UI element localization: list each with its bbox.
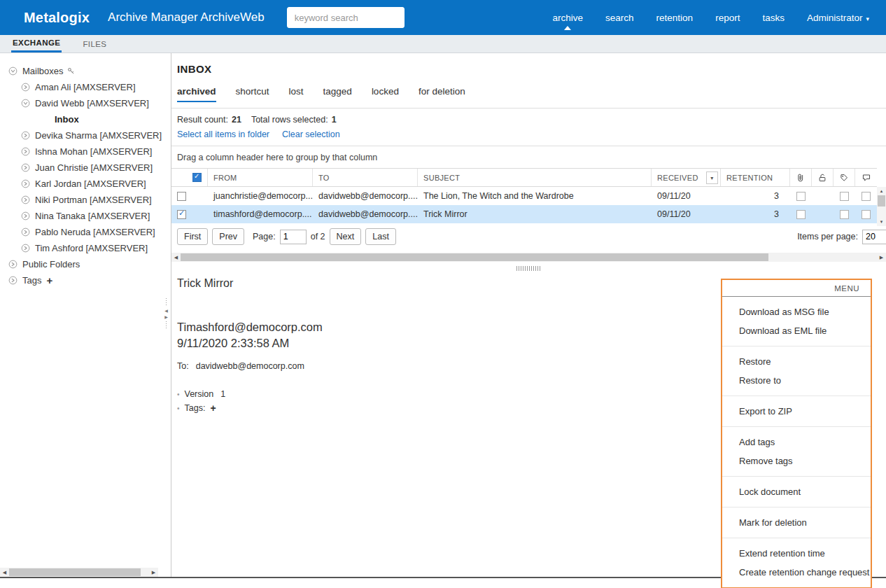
preview-splitter[interactable] <box>171 263 886 273</box>
nav-retention[interactable]: retention <box>656 10 694 26</box>
tree-item-david-webb-amxserver[interactable]: David Webb [AMXSERVER] <box>0 95 171 111</box>
view-tab-for-deletion[interactable]: for deletion <box>419 86 465 102</box>
table-scrollbar-thumb[interactable] <box>878 195 885 206</box>
menu-item-create-retention-change-request[interactable]: Create retention change request <box>722 563 871 582</box>
column-header-comment[interactable] <box>855 169 877 186</box>
add-tag-button[interactable]: + <box>210 402 216 414</box>
main-horizontal-scrollbar[interactable]: ◀ ▶ <box>171 253 886 262</box>
attachment-checkbox[interactable] <box>796 210 806 219</box>
select-all-link[interactable]: Select all items in folder <box>177 130 269 139</box>
tag-checkbox[interactable] <box>840 210 849 219</box>
view-tab-lost[interactable]: lost <box>289 86 304 102</box>
tree-item-ishna-mohan-amxserver[interactable]: Ishna Mohan [AMXSERVER] <box>0 144 171 160</box>
next-page-button[interactable]: Next <box>330 228 362 245</box>
table-row[interactable]: juanchristie@democorp....davidwebb@democ… <box>171 187 877 205</box>
column-header-lock[interactable] <box>812 169 834 186</box>
scroll-right-arrow-icon[interactable]: ▶ <box>877 255 886 260</box>
tree-item-karl-jordan-amxserver[interactable]: Karl Jordan [AMXSERVER] <box>0 176 171 192</box>
select-all-checkbox[interactable] <box>192 173 202 182</box>
expander-icon[interactable] <box>21 179 30 188</box>
nav-search[interactable]: search <box>605 10 634 26</box>
attachment-checkbox[interactable] <box>796 192 806 201</box>
scroll-left-arrow-icon[interactable]: ◀ <box>171 255 181 260</box>
column-header-subject[interactable]: SUBJECT <box>418 169 652 186</box>
menu-item-remove-tags[interactable]: Remove tags <box>722 451 871 470</box>
comment-checkbox[interactable] <box>862 210 871 219</box>
expander-icon[interactable] <box>8 276 17 285</box>
menu-item-restore-to[interactable]: Restore to <box>722 371 871 390</box>
expander-icon[interactable] <box>8 260 17 269</box>
nav-archive[interactable]: archive <box>553 10 584 26</box>
menu-item-extend-retention-time[interactable]: Extend retention time <box>722 544 871 563</box>
expand-right-icon[interactable]: ▶ <box>164 315 168 319</box>
scroll-left-arrow-icon[interactable]: ◀ <box>0 570 9 575</box>
tree-item-juan-christie-amxserver[interactable]: Juan Christie [AMXSERVER] <box>0 160 171 176</box>
splitter-grip[interactable] <box>516 266 542 271</box>
tree-item-inbox[interactable]: Inbox <box>0 111 171 127</box>
add-tag-button[interactable]: + <box>46 275 52 286</box>
keyword-search-input[interactable] <box>287 7 405 28</box>
column-header-to[interactable]: TO <box>313 169 418 186</box>
nav-tasks[interactable]: tasks <box>762 10 785 26</box>
items-per-page-input[interactable] <box>862 230 886 244</box>
prev-page-button[interactable]: Prev <box>212 228 244 245</box>
menu-item-export-to-zip[interactable]: Export to ZIP <box>722 402 871 421</box>
menu-item-download-as-msg-file[interactable]: Download as MSG file <box>722 302 871 321</box>
expander-icon[interactable] <box>21 163 30 172</box>
expander-icon[interactable] <box>21 99 30 108</box>
view-tab-tagged[interactable]: tagged <box>323 86 352 102</box>
tree-item-aman-ali-amxserver[interactable]: Aman Ali [AMXSERVER] <box>0 79 171 95</box>
sidebar-horizontal-scrollbar[interactable]: ◀ ▶ <box>0 568 158 577</box>
tab-exchange[interactable]: EXCHANGE <box>11 35 62 52</box>
view-tab-archived[interactable]: archived <box>177 86 216 102</box>
nav-report[interactable]: report <box>715 10 740 26</box>
table-vertical-scrollbar[interactable]: ▲ ▼ <box>877 187 886 226</box>
menu-item-restore[interactable]: Restore <box>722 352 871 371</box>
menu-item-mark-for-deletion[interactable]: Mark for deletion <box>722 513 871 532</box>
first-page-button[interactable]: First <box>177 228 208 245</box>
comment-checkbox[interactable] <box>862 192 871 201</box>
clear-selection-link[interactable]: Clear selection <box>282 130 340 139</box>
view-tab-shortcut[interactable]: shortcut <box>236 86 269 102</box>
scroll-up-arrow-icon[interactable]: ▲ <box>880 187 884 195</box>
expander-icon[interactable] <box>21 211 30 220</box>
menu-item-lock-document[interactable]: Lock document <box>722 482 871 501</box>
page-input[interactable] <box>280 230 307 244</box>
tag-checkbox[interactable] <box>840 192 849 201</box>
main-scrollbar-thumb[interactable] <box>181 253 768 261</box>
tree-item-tags[interactable]: Tags+ <box>0 272 171 288</box>
table-row[interactable]: timashford@democorp....davidwebb@democor… <box>171 205 877 223</box>
row-checkbox[interactable] <box>177 210 186 219</box>
scroll-right-arrow-icon[interactable]: ▶ <box>149 570 158 575</box>
column-header-retention[interactable]: RETENTION <box>721 169 790 186</box>
tree-item-nina-tanaka-amxserver[interactable]: Nina Tanaka [AMXSERVER] <box>0 208 171 224</box>
expander-icon[interactable] <box>21 147 30 156</box>
tree-item-niki-portman-amxserver[interactable]: Niki Portman [AMXSERVER] <box>0 192 171 208</box>
tree-item-tim-ashford-amxserver[interactable]: Tim Ashford [AMXSERVER] <box>0 240 171 256</box>
sidebar-splitter[interactable]: ◀ ▶ <box>163 298 169 330</box>
tab-files[interactable]: FILES <box>81 35 108 52</box>
expander-icon[interactable] <box>21 195 30 204</box>
column-header-received[interactable]: RECEIVED▾ <box>652 169 721 186</box>
expander-icon[interactable] <box>21 244 30 253</box>
row-checkbox[interactable] <box>177 192 186 201</box>
tree-item-pablo-neruda-amxserver[interactable]: Pablo Neruda [AMXSERVER] <box>0 224 171 240</box>
expander-icon[interactable] <box>21 227 30 237</box>
received-sort-dropdown[interactable]: ▾ <box>706 172 718 184</box>
nav-administrator[interactable]: Administrator▾ <box>807 10 869 26</box>
scroll-down-arrow-icon[interactable]: ▼ <box>880 218 884 226</box>
menu-item-download-as-eml-file[interactable]: Download as EML file <box>722 321 871 340</box>
sidebar-scrollbar-thumb[interactable] <box>9 568 141 576</box>
tree-item-devika-sharma-amxserver[interactable]: Devika Sharma [AMXSERVER] <box>0 127 171 144</box>
tree-item-mailboxes[interactable]: Mailboxes <box>0 63 171 79</box>
menu-item-add-tags[interactable]: Add tags <box>722 433 871 451</box>
column-header-tag[interactable] <box>834 169 855 186</box>
collapse-left-icon[interactable]: ◀ <box>164 309 168 313</box>
expander-icon[interactable] <box>8 66 17 76</box>
expander-icon[interactable] <box>21 131 30 140</box>
view-tab-locked[interactable]: locked <box>372 86 399 102</box>
expander-icon[interactable] <box>21 83 30 92</box>
column-header-from[interactable]: FROM <box>208 169 313 186</box>
tree-item-public-folders[interactable]: Public Folders <box>0 256 171 272</box>
last-page-button[interactable]: Last <box>365 228 396 245</box>
